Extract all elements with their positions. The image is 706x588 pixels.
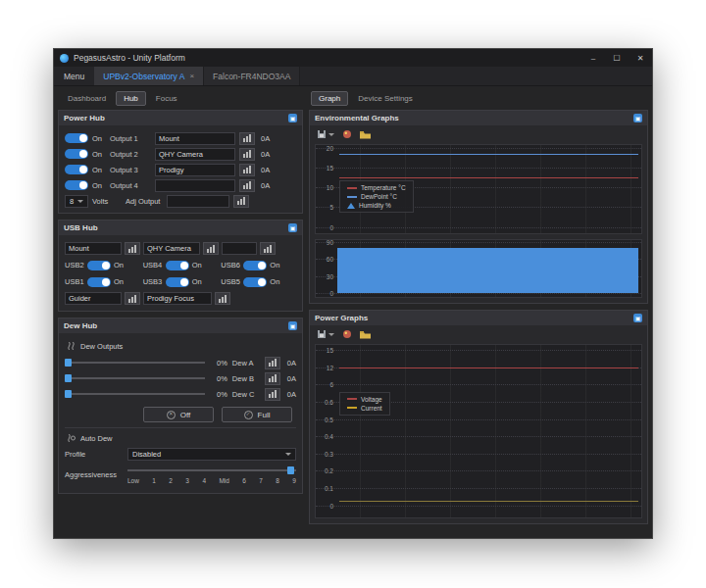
title-bar[interactable]: PegasusAstro - Unity Platform – ☐ ✕ — [54, 49, 652, 67]
chart-icon — [264, 245, 272, 253]
y-tick-label: 0 — [318, 502, 333, 509]
output-3-stats-button[interactable] — [239, 164, 255, 176]
slider-thumb[interactable] — [65, 374, 72, 382]
tab-falcon[interactable]: Falcon-FR4NDO3AA — [204, 67, 300, 85]
close-tab-icon[interactable]: × — [189, 72, 194, 80]
output-3-toggle[interactable] — [65, 165, 88, 174]
minimize-button[interactable]: – — [581, 49, 605, 67]
chart-color-button[interactable] — [342, 329, 352, 339]
usb-device-input[interactable] — [65, 292, 122, 305]
output-1-toggle[interactable] — [65, 133, 88, 143]
open-folder-button[interactable] — [360, 330, 371, 339]
adj-voltage-select[interactable]: 8 — [65, 195, 88, 208]
slider-thumb[interactable] — [287, 466, 294, 474]
usb-device-input[interactable] — [222, 242, 257, 255]
usb-device-stats-button[interactable] — [215, 292, 230, 305]
y-tick-label: 0.2 — [318, 467, 333, 474]
output-3-name-input[interactable] — [155, 164, 235, 176]
menu-button[interactable]: Menu — [54, 67, 94, 85]
dew-b-slider[interactable] — [65, 373, 205, 383]
dew-buttons-row: ✕ Off ✓ Full — [65, 407, 292, 422]
adj-output-row: 8 Volts Adj Output — [65, 193, 296, 209]
output-4-name-input[interactable] — [155, 179, 235, 192]
save-chart-button[interactable] — [317, 129, 334, 139]
output-2-toggle[interactable] — [65, 149, 88, 159]
tab-device-settings[interactable]: Device Settings — [350, 91, 421, 106]
tab-dashboard[interactable]: Dashboard — [60, 91, 114, 106]
y-tick-label: 0 — [318, 223, 333, 230]
usb-device-stats-button[interactable] — [260, 242, 276, 255]
output-4-stats-button[interactable] — [239, 179, 255, 192]
slider-thumb[interactable] — [65, 359, 72, 367]
left-pane: Dashboard Hub Focus Power Hub ▣ On Outpu… — [58, 90, 303, 534]
chart-color-button[interactable] — [342, 129, 352, 139]
output-4-toggle[interactable] — [65, 180, 88, 190]
usb-device-stats-button[interactable] — [203, 242, 219, 255]
panel-popout-icon[interactable]: ▣ — [633, 314, 642, 322]
panel-popout-icon[interactable]: ▣ — [288, 321, 297, 330]
y-tick-label: 20 — [318, 144, 333, 151]
dew-off-button[interactable]: ✕ Off — [143, 407, 214, 422]
usb2-toggle[interactable] — [87, 261, 111, 270]
save-icon — [317, 129, 327, 139]
usb-device-stats-button[interactable] — [125, 292, 140, 305]
scale-tick-label: 1 — [152, 477, 156, 484]
tab-hub[interactable]: Hub — [116, 91, 146, 106]
dew-c-stats-button[interactable] — [265, 388, 280, 401]
dew-a-stats-button[interactable] — [265, 357, 280, 369]
slider-thumb[interactable] — [65, 390, 72, 398]
profile-select[interactable]: Disabled — [127, 448, 296, 461]
h-gridline — [316, 227, 641, 228]
usb6-toggle[interactable] — [243, 261, 267, 270]
h-gridline — [316, 488, 641, 489]
output-2-stats-button[interactable] — [239, 148, 255, 161]
usb5-toggle[interactable] — [243, 277, 267, 287]
usb-port-group: USB5 On — [221, 277, 296, 287]
output-2-name-input[interactable] — [155, 148, 235, 161]
usb1-toggle[interactable] — [87, 277, 111, 287]
chevron-down-icon — [285, 453, 291, 456]
dew-full-button[interactable]: ✓ Full — [222, 407, 292, 422]
toggle-knob — [79, 134, 87, 142]
usb-device-input[interactable] — [143, 292, 212, 305]
panel-title: Dew Hub — [64, 321, 97, 330]
dew-b-stats-button[interactable] — [265, 372, 280, 385]
toggle-knob — [258, 278, 266, 286]
tab-focus[interactable]: Focus — [148, 91, 185, 106]
usb-device-input[interactable] — [65, 242, 122, 255]
output-1-stats-button[interactable] — [239, 132, 255, 145]
maximize-button[interactable]: ☐ — [605, 49, 629, 67]
tab-upbv2-observatory[interactable]: UPBv2-Observatory A × — [94, 67, 204, 85]
adj-output-input[interactable] — [167, 195, 229, 208]
menu-bar: Menu UPBv2-Observatory A × Falcon-FR4NDO… — [54, 67, 652, 86]
output-current: 0A — [261, 134, 270, 143]
dew-a-slider[interactable] — [65, 358, 205, 368]
line-marker-icon — [347, 187, 357, 189]
usb-device-input[interactable] — [143, 242, 200, 255]
panel-popout-icon[interactable]: ▣ — [288, 223, 297, 232]
toggle-knob — [79, 166, 87, 173]
power-chart: 151260.60.50.40.30.20.10VoltageCurrent — [315, 344, 642, 518]
panel-popout-icon[interactable]: ▣ — [633, 114, 642, 122]
dew-c-slider[interactable] — [65, 389, 205, 399]
legend-label: Humidity % — [359, 202, 391, 209]
open-folder-button[interactable] — [360, 130, 371, 139]
toggle-knob — [180, 262, 188, 270]
usb-device-stats-button[interactable] — [125, 242, 140, 255]
aggressiveness-slider[interactable] — [127, 466, 296, 475]
aggressiveness-scale: Low 1 2 3 4 Mid 6 7 8 9 — [127, 477, 296, 484]
chart-toolbar — [310, 325, 647, 341]
close-button[interactable]: ✕ — [629, 49, 652, 67]
tab-graph[interactable]: Graph — [311, 91, 348, 106]
output-1-name-input[interactable] — [155, 132, 235, 145]
usb3-toggle[interactable] — [166, 277, 189, 287]
h-gridline — [316, 350, 641, 351]
save-chart-button[interactable] — [317, 329, 334, 339]
usb4-toggle[interactable] — [166, 261, 189, 270]
y-tick-label: 0 — [318, 289, 333, 296]
h-gridline — [316, 436, 641, 437]
slider-track — [65, 393, 205, 395]
chart-icon — [243, 134, 251, 142]
panel-popout-icon[interactable]: ▣ — [288, 114, 297, 122]
adj-output-stats-button[interactable] — [233, 195, 249, 208]
